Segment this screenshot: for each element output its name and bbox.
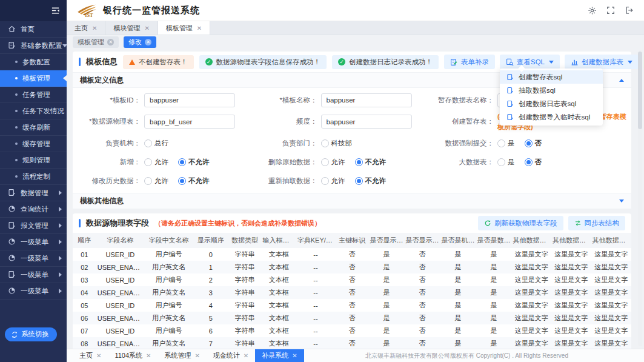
sql-menu-item[interactable]: 抽取数据sql — [500, 84, 603, 97]
sidebar-item-message-mgmt[interactable]: 报文管理 — [0, 218, 67, 234]
footer-bar: 主页✕ 1104系统✕ 系统管理✕ 现金统计✕ 补录系统✕ 北京银丰新融科技开发… — [67, 349, 644, 362]
breadcrumb: 模板管理✕ 修改✕ — [67, 35, 644, 49]
tab-home[interactable]: 主页✕ — [67, 21, 105, 35]
expand-down-icon[interactable] — [619, 199, 624, 203]
create-db-table-button[interactable]: 创建数据库表 — [565, 55, 639, 69]
sidebar-item-home[interactable]: 首页 — [0, 21, 67, 38]
radio-re-extract-deny[interactable]: 不允许 — [355, 176, 387, 186]
footer-tab-system-mgmt[interactable]: 系统管理✕ — [158, 349, 206, 362]
radio-icon — [144, 158, 152, 166]
chip-template-mgmt[interactable]: 模板管理✕ — [73, 36, 119, 48]
close-icon[interactable]: ✕ — [107, 39, 114, 45]
close-icon[interactable]: ✕ — [96, 352, 101, 359]
sidebar-item-base-config[interactable]: 基础参数配置 — [0, 38, 67, 54]
bullet-icon — [15, 159, 18, 161]
tab-module-mgmt[interactable]: 模块管理✕ — [105, 21, 158, 35]
radio-big-table-yes[interactable]: 是 — [497, 158, 515, 167]
column-header: 字典KEY/日... — [296, 233, 336, 248]
radio-org-headoffice[interactable]: 总行 — [144, 139, 168, 148]
sidebar-item-task-dispatch[interactable]: 任务下发情况 — [0, 103, 67, 119]
sidebar-item-param-config[interactable]: 参数配置 — [0, 54, 67, 70]
template-id-input[interactable] — [144, 93, 235, 107]
template-name-input[interactable] — [321, 93, 412, 107]
sql-menu-item[interactable]: 创建数据导入临时表sql — [500, 110, 603, 124]
table-row[interactable]: 06USER_ENAME 用户英文名5 字符串文本框 --否 是否 是是 这里是… — [73, 312, 631, 324]
sidebar-item-template-mgmt[interactable]: 模板管理 — [0, 70, 67, 87]
table-row[interactable]: 08USER_ENAME 用户英文名7 字符串文本框 --否 是否 是是 这里是… — [73, 337, 631, 349]
table-row[interactable]: 04USER_ENAME 用户英文名3 字符串文本框 --否 是否 是是 这里是… — [73, 286, 631, 299]
sql-menu-item[interactable]: 创建暂存表sql — [500, 70, 603, 84]
source-table-input[interactable] — [144, 115, 235, 129]
table-row[interactable]: 03USER_ID 用户编号2 字符串文本框 --否 是否 是是 这里是文字这里… — [73, 273, 631, 286]
refresh-fields-button[interactable]: 刷新获取物理表字段 — [478, 216, 563, 230]
sidebar-item-menu-1[interactable]: 一级菜单 — [0, 234, 67, 250]
other-section-header[interactable]: 模板其他信息 — [73, 193, 631, 209]
pie-chart-icon — [8, 287, 16, 295]
sidebar-item-cache-mgmt[interactable]: 缓存管理 — [0, 136, 67, 152]
sidebar-item-process-custom[interactable]: 流程定制 — [0, 169, 67, 185]
vertical-scrollbar-track[interactable] — [638, 50, 642, 346]
table-row[interactable]: 02USER_ENAME 用户英文名1 字符串文本框 --否 是否 是是 这里是… — [73, 261, 631, 273]
sidebar-item-data-mgmt[interactable]: 数据管理 — [0, 185, 67, 201]
radio-big-table-no[interactable]: 否 — [525, 158, 542, 167]
close-icon[interactable]: ✕ — [146, 352, 151, 359]
alert-fields-saved: ✓数据源物理表字段信息保存成功！ — [199, 55, 327, 69]
radio-dept-tech[interactable]: 科技部 — [321, 139, 353, 148]
close-icon[interactable]: ✕ — [145, 39, 151, 45]
table-row[interactable]: 05USER_ID 用户编号4 字符串文本框 --否 是否 是是 这里是文字这里… — [73, 299, 631, 312]
chip-edit[interactable]: 修改✕ — [124, 36, 156, 48]
radio-force-submit-no[interactable]: 否 — [525, 139, 542, 148]
sidebar-item-query-stats[interactable]: 查询统计 — [0, 201, 67, 218]
radio-del-raw-deny[interactable]: 不允许 — [355, 158, 387, 167]
template-info-card: 模板信息 不创建暂存表！ ✓数据源物理表字段信息保存成功！ ✓创建数据日志记录表… — [73, 52, 631, 209]
table-row[interactable]: 01USER_ID 用户编号0 字符串文本框 --否 是否 是是 这里是文字这里… — [73, 248, 631, 261]
footer-tab-1104[interactable]: 1104系统✕ — [108, 349, 158, 362]
sidebar-item-task-mgmt[interactable]: 任务管理 — [0, 87, 67, 103]
view-sql-button[interactable]: 查看SQL — [500, 55, 560, 69]
close-icon[interactable]: ✕ — [244, 352, 248, 359]
radio-del-raw-allow[interactable]: 允许 — [321, 158, 345, 167]
close-icon[interactable]: ✕ — [292, 352, 297, 359]
collapse-up-icon[interactable] — [619, 79, 624, 82]
sql-menu-item[interactable]: 创建数据日志表sql — [500, 97, 603, 110]
frequency-input[interactable] — [321, 115, 412, 129]
form-backfill-button[interactable]: 表单补录 — [444, 55, 495, 69]
gear-icon[interactable] — [588, 6, 597, 15]
radio-mod-history-allow[interactable]: 允许 — [144, 176, 168, 186]
svg-text:IST: IST — [85, 13, 93, 18]
sql-doc-icon — [506, 100, 514, 108]
radio-force-submit-yes[interactable]: 是 — [497, 139, 515, 148]
sidebar-item-menu-3[interactable]: 一级菜单 — [0, 267, 67, 283]
collapse-sidebar-icon[interactable] — [51, 6, 60, 15]
footer-tab-cash-stats[interactable]: 现金统计✕ — [207, 349, 255, 362]
fullscreen-icon[interactable] — [606, 6, 616, 15]
section-title: 模板信息 — [86, 56, 118, 67]
radio-mod-history-deny[interactable]: 不允许 — [178, 176, 210, 186]
footer-tab-home[interactable]: 主页✕ — [73, 349, 108, 362]
system-switch-button[interactable]: 系统切换 — [5, 327, 57, 341]
sql-doc-icon — [506, 113, 514, 121]
logout-icon[interactable] — [625, 6, 634, 15]
bullet-icon — [15, 110, 18, 112]
radio-re-extract-allow[interactable]: 允许 — [321, 176, 345, 186]
bullet-icon — [15, 61, 18, 63]
tab-template-mgmt[interactable]: 模板管理✕ — [158, 21, 210, 35]
column-header: 是否显示在... — [405, 233, 440, 248]
sidebar-item-menu-2[interactable]: 一级菜单 — [0, 250, 67, 267]
sidebar-item-rule-mgmt[interactable]: 规则管理 — [0, 152, 67, 169]
sidebar-item-cache-refresh[interactable]: 缓存刷新 — [0, 119, 67, 136]
close-icon[interactable]: ✕ — [144, 25, 149, 32]
table-row[interactable]: 07USER_ID 用户编号6 字符串文本框 --否 是否 是是 这里是文字这里… — [73, 324, 631, 337]
radio-add-allow[interactable]: 允许 — [144, 158, 168, 167]
close-icon[interactable]: ✕ — [197, 25, 202, 32]
chevron-down-icon — [549, 61, 554, 64]
open-tabs-bar: 主页✕ 模块管理✕ 模板管理✕ — [67, 21, 644, 35]
sidebar-item-menu-4[interactable]: 一级菜单 — [0, 283, 67, 300]
radio-add-deny[interactable]: 不允许 — [178, 158, 210, 167]
sync-structure-button[interactable]: 同步表结构 — [568, 216, 626, 230]
close-icon[interactable]: ✕ — [194, 352, 199, 359]
app-logo: IST — [75, 3, 98, 18]
footer-tab-backfill-system[interactable]: 补录系统✕ — [255, 349, 304, 362]
close-icon[interactable]: ✕ — [92, 25, 97, 32]
vertical-scrollbar-thumb[interactable] — [638, 52, 642, 129]
